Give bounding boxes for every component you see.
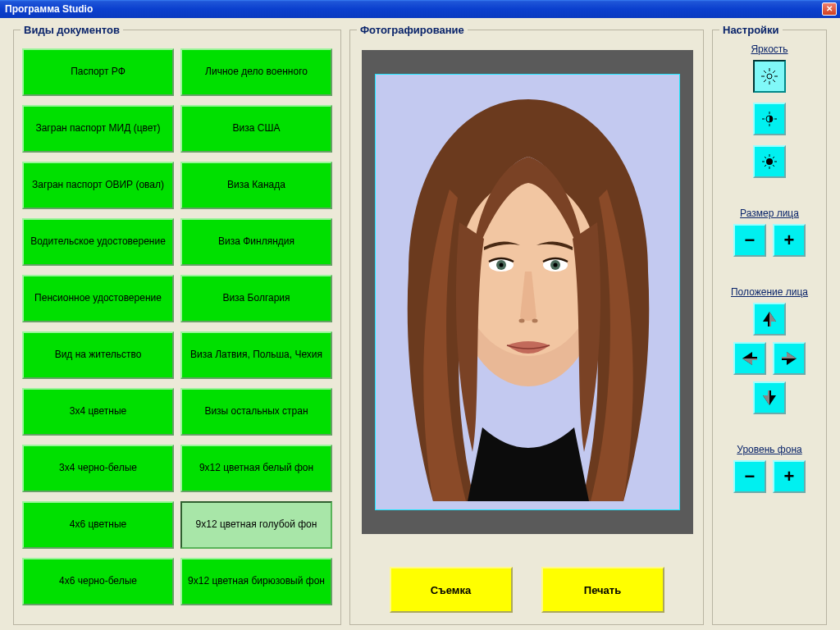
- face-pos-left-button[interactable]: [733, 342, 766, 375]
- photo-frame: [362, 50, 693, 534]
- brightness-label: Яркость: [751, 43, 788, 55]
- svg-point-9: [519, 319, 525, 323]
- doc-type-button[interactable]: 4х6 черно-белые: [22, 558, 174, 605]
- svg-marker-41: [763, 390, 769, 405]
- doc-type-button[interactable]: Виза Болгария: [180, 275, 332, 322]
- photo-legend: Фотографирование: [357, 24, 468, 36]
- doc-type-button[interactable]: Визы остальных стран: [180, 388, 332, 436]
- svg-line-33: [765, 165, 766, 167]
- svg-line-18: [773, 71, 775, 73]
- doc-type-button[interactable]: Водительское удостоверение: [22, 218, 174, 266]
- sun-half-icon: [761, 111, 778, 127]
- svg-line-32: [773, 157, 774, 158]
- doc-type-button[interactable]: Виза Финляндия: [180, 218, 332, 266]
- face-pos-label: Положение лица: [731, 286, 808, 298]
- doc-type-button[interactable]: Вид на жительство: [22, 331, 174, 379]
- brightness-high-button[interactable]: [753, 60, 786, 93]
- settings-legend: Настройки: [719, 24, 783, 36]
- arrow-left-icon: [741, 349, 759, 368]
- arrow-down-icon: [760, 389, 778, 407]
- svg-line-17: [773, 80, 775, 82]
- face-pos-down-button[interactable]: [753, 381, 786, 414]
- settings-group: Настройки Яркость Размер лица − +: [712, 30, 827, 625]
- photo-group: Фотографирование: [349, 30, 704, 625]
- close-button[interactable]: ✕: [822, 2, 837, 16]
- window-title: Программа Studio: [5, 3, 93, 15]
- face-size-plus-button[interactable]: +: [773, 224, 806, 257]
- doc-type-button[interactable]: Виза США: [180, 105, 332, 153]
- doc-type-button[interactable]: 3х4 черно-белые: [22, 445, 174, 492]
- sun-bright-icon: [761, 68, 778, 84]
- svg-line-30: [765, 157, 766, 158]
- doc-type-button[interactable]: 3х4 цветные: [22, 388, 174, 436]
- doc-type-button[interactable]: Загран паспорт МИД (цвет): [22, 105, 174, 153]
- doc-type-button[interactable]: Виза Латвия, Польша, Чехия: [180, 331, 332, 379]
- document-types-group: Виды документов Паспорт РФЛичное дело во…: [13, 30, 341, 625]
- arrow-up-icon: [760, 310, 778, 328]
- doc-type-button[interactable]: 9х12 цветная голубой фон: [180, 501, 332, 549]
- print-button[interactable]: Печать: [541, 567, 664, 613]
- doc-type-button[interactable]: 4х6 цветные: [22, 501, 174, 549]
- svg-line-16: [764, 71, 766, 73]
- face-pos-up-button[interactable]: [753, 303, 786, 336]
- bg-level-minus-button[interactable]: −: [733, 460, 766, 493]
- plus-icon: +: [784, 231, 795, 249]
- minus-icon: −: [745, 231, 756, 249]
- svg-line-31: [773, 165, 774, 167]
- svg-marker-37: [742, 358, 757, 365]
- svg-point-11: [767, 74, 772, 79]
- photo-preview: [375, 74, 680, 510]
- svg-point-10: [532, 319, 538, 323]
- svg-marker-35: [769, 312, 776, 326]
- svg-point-25: [766, 158, 773, 165]
- capture-button[interactable]: Съемка: [390, 567, 513, 613]
- doc-type-button[interactable]: Пенсионное удостоверение: [22, 275, 174, 322]
- doc-type-button[interactable]: Личное дело военного: [180, 48, 332, 96]
- svg-line-19: [764, 80, 766, 82]
- brightness-mid-button[interactable]: [753, 103, 786, 135]
- svg-point-8: [554, 263, 558, 267]
- doc-type-button[interactable]: 9х12 цветная белый фон: [180, 445, 332, 492]
- sun-dark-icon: [761, 153, 778, 170]
- face-size-label: Размер лица: [740, 208, 799, 219]
- doc-type-button[interactable]: Загран паспорт ОВИР (овал): [22, 162, 174, 209]
- arrow-right-icon: [780, 349, 798, 368]
- svg-point-7: [500, 263, 504, 267]
- face-pos-right-button[interactable]: [773, 342, 806, 375]
- bg-level-label: Уровень фона: [737, 444, 801, 455]
- svg-marker-39: [782, 352, 797, 358]
- title-bar: Программа Studio ✕: [0, 0, 840, 18]
- portrait-image: [376, 75, 680, 510]
- doc-type-button[interactable]: Виза Канада: [180, 162, 332, 209]
- plus-icon: +: [784, 468, 795, 486]
- bg-level-plus-button[interactable]: +: [773, 460, 806, 493]
- minus-icon: −: [745, 468, 756, 486]
- face-size-minus-button[interactable]: −: [733, 224, 766, 257]
- doc-type-button[interactable]: Паспорт РФ: [22, 48, 174, 96]
- document-types-legend: Виды документов: [21, 24, 123, 36]
- doc-type-button[interactable]: 9х12 цветная бирюзовый фон: [180, 558, 332, 605]
- brightness-low-button[interactable]: [753, 145, 786, 178]
